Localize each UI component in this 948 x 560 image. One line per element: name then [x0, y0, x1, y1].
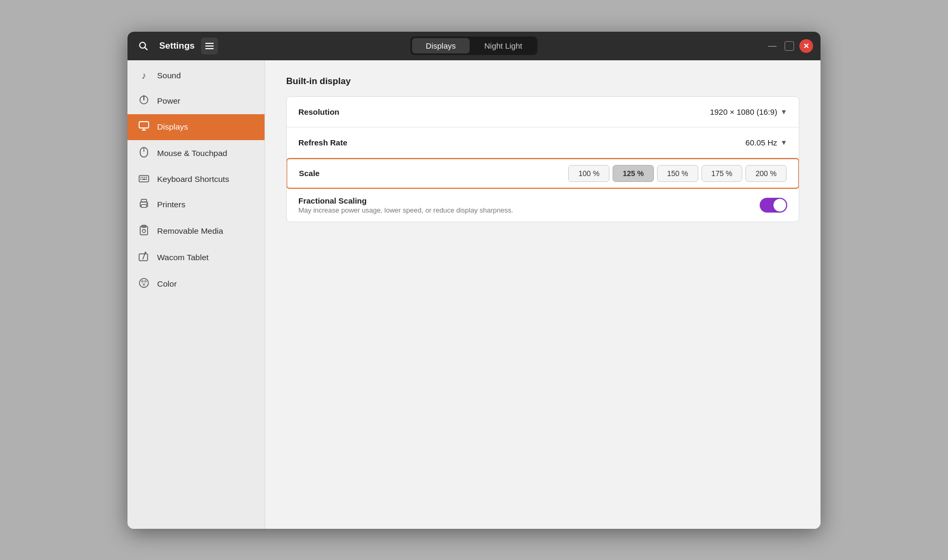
- svg-point-32: [144, 280, 147, 282]
- sidebar-label-mouse: Mouse & Touchpad: [157, 149, 227, 158]
- sidebar-label-wacom: Wacom Tablet: [157, 253, 208, 262]
- svg-point-33: [143, 283, 145, 286]
- svg-rect-17: [141, 179, 142, 180]
- scale-150[interactable]: 150 %: [657, 165, 698, 182]
- resolution-label: Resolution: [298, 107, 340, 116]
- sidebar-item-removable-media[interactable]: Removable Media: [127, 218, 265, 245]
- svg-point-23: [147, 203, 148, 204]
- removable-media-icon: [138, 225, 150, 238]
- titlebar-tabs: Displays Night Light: [411, 36, 537, 55]
- scale-100[interactable]: 100 %: [568, 165, 609, 182]
- refresh-rate-row: Refresh Rate 60.05 Hz ▼: [287, 127, 799, 158]
- refresh-rate-label: Refresh Rate: [298, 138, 348, 147]
- section-title: Built-in display: [286, 76, 799, 87]
- maximize-button[interactable]: [785, 41, 794, 51]
- window-title: Settings: [159, 41, 195, 51]
- window-controls: — ✕: [765, 39, 813, 53]
- fractional-scaling-sublabel: May increase power usage, lower speed, o…: [298, 206, 513, 214]
- resolution-text: 1920 × 1080 (16:9): [710, 107, 777, 116]
- sidebar-item-printers[interactable]: Printers: [127, 192, 265, 218]
- main-area: ♪ Sound Power: [127, 60, 821, 529]
- printers-icon: [138, 199, 150, 211]
- resolution-value[interactable]: 1920 × 1080 (16:9) ▼: [710, 107, 787, 116]
- svg-rect-15: [144, 177, 145, 178]
- sidebar-label-sound: Sound: [157, 71, 181, 80]
- fractional-scaling-label: Fractional Scaling: [298, 196, 513, 205]
- display-settings-card: Resolution 1920 × 1080 (16:9) ▼ Refresh …: [286, 96, 799, 222]
- svg-point-30: [140, 278, 149, 287]
- minimize-button[interactable]: —: [765, 39, 779, 53]
- svg-rect-4: [205, 48, 214, 49]
- refresh-rate-text: 60.05 Hz: [745, 138, 777, 147]
- sidebar: ♪ Sound Power: [127, 60, 265, 529]
- fractional-row-top: Fractional Scaling May increase power us…: [298, 196, 787, 214]
- tab-displays[interactable]: Displays: [412, 38, 470, 53]
- resolution-row: Resolution 1920 × 1080 (16:9) ▼: [287, 97, 799, 127]
- titlebar: Settings Displays Night Light — ✕: [127, 32, 821, 60]
- svg-rect-14: [142, 177, 143, 178]
- color-icon: [138, 278, 150, 291]
- search-button[interactable]: [135, 38, 152, 54]
- sidebar-item-wacom-tablet[interactable]: Wacom Tablet: [127, 245, 265, 271]
- wacom-icon: [138, 252, 150, 264]
- power-icon: [138, 95, 150, 107]
- toggle-knob: [773, 199, 786, 212]
- sidebar-label-color: Color: [157, 279, 177, 289]
- scale-200[interactable]: 200 %: [745, 165, 787, 182]
- scale-125[interactable]: 125 %: [613, 165, 654, 182]
- svg-point-29: [145, 252, 147, 253]
- scale-label: Scale: [299, 169, 320, 178]
- svg-line-1: [145, 47, 147, 49]
- sidebar-item-keyboard-shortcuts[interactable]: Keyboard Shortcuts: [127, 167, 265, 192]
- sidebar-item-sound[interactable]: ♪ Sound: [127, 63, 265, 88]
- svg-point-31: [141, 280, 144, 282]
- sound-icon: ♪: [138, 70, 150, 81]
- svg-rect-3: [205, 45, 214, 47]
- displays-icon: [138, 121, 150, 133]
- titlebar-left: Settings: [135, 38, 218, 54]
- menu-button[interactable]: [201, 38, 218, 54]
- keyboard-icon: [138, 174, 150, 185]
- sidebar-item-power[interactable]: Power: [127, 88, 265, 114]
- svg-rect-7: [139, 122, 149, 128]
- fractional-scaling-toggle[interactable]: [760, 198, 787, 213]
- resolution-dropdown-arrow: ▼: [780, 108, 787, 116]
- sidebar-item-mouse-touchpad[interactable]: Mouse & Touchpad: [127, 140, 265, 167]
- scale-175[interactable]: 175 %: [701, 165, 743, 182]
- svg-line-28: [143, 252, 145, 259]
- sidebar-label-power: Power: [157, 96, 180, 106]
- scale-row: Scale 100 % 125 % 150 % 175 % 200 %: [286, 158, 799, 189]
- content-area: Built-in display Resolution 1920 × 1080 …: [265, 60, 821, 529]
- mouse-icon: [138, 147, 150, 160]
- fractional-scaling-row: Fractional Scaling May increase power us…: [287, 189, 799, 222]
- svg-rect-19: [146, 179, 147, 180]
- scale-options: 100 % 125 % 150 % 175 % 200 %: [568, 165, 787, 182]
- sidebar-label-removable-media: Removable Media: [157, 226, 223, 236]
- svg-rect-13: [141, 177, 142, 178]
- svg-rect-18: [142, 179, 146, 180]
- sidebar-item-color[interactable]: Color: [127, 271, 265, 298]
- tab-night-light[interactable]: Night Light: [470, 38, 536, 53]
- settings-window: Settings Displays Night Light — ✕ ♪: [127, 32, 821, 529]
- fractional-scaling-left: Fractional Scaling May increase power us…: [298, 196, 513, 214]
- sidebar-label-displays: Displays: [157, 122, 188, 132]
- svg-point-26: [142, 229, 145, 233]
- sidebar-label-keyboard: Keyboard Shortcuts: [157, 175, 229, 184]
- refresh-rate-value[interactable]: 60.05 Hz ▼: [745, 138, 787, 147]
- sidebar-label-printers: Printers: [157, 200, 185, 209]
- sidebar-item-displays[interactable]: Displays: [127, 114, 265, 140]
- svg-rect-22: [141, 205, 147, 207]
- close-button[interactable]: ✕: [799, 39, 813, 53]
- svg-rect-16: [146, 177, 147, 178]
- refresh-rate-dropdown-arrow: ▼: [780, 139, 787, 146]
- svg-rect-2: [205, 43, 214, 44]
